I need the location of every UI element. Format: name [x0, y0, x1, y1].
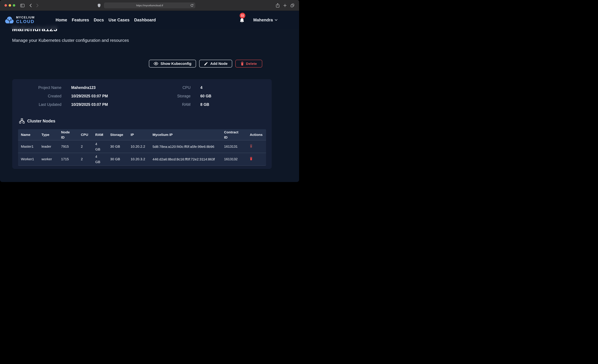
- add-node-button[interactable]: Add Node: [199, 60, 232, 67]
- zoom-button[interactable]: [13, 4, 15, 7]
- info-value: Mahendra123: [71, 85, 96, 90]
- close-button[interactable]: [4, 4, 7, 7]
- page-viewport: Mahendra123 Manage your Kubernetes clust…: [0, 11, 299, 182]
- trash-icon: [250, 144, 252, 148]
- page-subtitle: Manage your Kubernetes cluster configura…: [12, 38, 129, 43]
- cell-node-id: 1715: [61, 157, 81, 162]
- section-title: Cluster Nodes: [27, 119, 55, 124]
- pencil-icon: [204, 62, 208, 66]
- col-header-ram: RAM: [95, 132, 110, 137]
- trash-icon: [250, 157, 252, 160]
- cell-storage: 30 GB: [110, 144, 131, 149]
- info-label: RAM: [141, 102, 191, 107]
- address-bar[interactable]: https://myceliumcloud.tf: [104, 2, 195, 8]
- user-name: Mahendra: [253, 17, 273, 22]
- show-kubeconfig-button[interactable]: Show Kubeconfig: [149, 60, 196, 67]
- chevron-right-icon: [36, 4, 39, 7]
- privacy-shield-icon: [98, 4, 100, 8]
- nav-item-features[interactable]: Features: [72, 17, 89, 22]
- reload-icon: [190, 4, 193, 7]
- cell-storage: 30 GB: [110, 157, 131, 162]
- bell-icon: [240, 18, 244, 23]
- info-row-cpu: CPU 4: [141, 83, 211, 92]
- col-header-mycelium-ip: Mycelium IP: [152, 132, 224, 137]
- col-header-storage: Storage: [110, 132, 131, 137]
- info-row-created: Created 10/29/2025 03:07 PM: [12, 92, 108, 100]
- site-navbar: MYCELIUM CLOUD Home Features Docs Use Ca…: [0, 11, 299, 29]
- col-header-ip: IP: [131, 132, 152, 137]
- cell-cpu: 2: [81, 157, 95, 162]
- share-button[interactable]: [276, 3, 280, 8]
- cell-mycelium-ip: 446:d2a6:8bcd:8c16:ff0f:72e2:3114:863f: [152, 157, 221, 162]
- cell-mycelium-ip: 5d8:78ea:a120:f40c:ff0f:a5fe:99e6:8b96: [152, 144, 221, 149]
- cell-actions: [250, 157, 266, 162]
- cell-contract-id: 1613131: [224, 144, 250, 149]
- col-header-contract-id: Contract ID: [224, 130, 250, 140]
- cluster-info-right: CPU 4 Storage 60 GB RAM 8 GB: [141, 83, 211, 109]
- forward-button[interactable]: [36, 4, 39, 7]
- tabs-overview-button[interactable]: [291, 3, 294, 8]
- cluster-nodes-heading: Cluster Nodes: [19, 118, 55, 124]
- cell-type: leader: [42, 144, 61, 149]
- cell-ip: 10.20.2.2: [131, 144, 152, 149]
- cluster-info-left: Project Name Mahendra123 Created 10/29/2…: [12, 83, 108, 109]
- nav-right: 11 Mahendra: [239, 17, 277, 23]
- logo-line1: MYCELIUM: [16, 16, 35, 19]
- nav-item-home[interactable]: Home: [56, 17, 67, 22]
- share-icon: [276, 3, 280, 8]
- cell-name: Master1: [21, 144, 42, 149]
- col-header-node-id: Node ID: [61, 130, 81, 140]
- eye-icon: [154, 61, 158, 66]
- nav-item-docs[interactable]: Docs: [94, 17, 104, 22]
- add-node-label: Add Node: [210, 62, 228, 66]
- sidebar-toggle-button[interactable]: [20, 4, 25, 7]
- info-row-project-name: Project Name Mahendra123: [12, 83, 108, 92]
- info-value: 10/29/2025 03:07 PM: [71, 94, 108, 98]
- info-label: Storage: [141, 94, 191, 98]
- logo-text: MYCELIUM CLOUD: [16, 16, 35, 24]
- nav-item-use-cases[interactable]: Use Cases: [108, 17, 129, 22]
- nav-links: Home Features Docs Use Cases Dashboard: [56, 17, 156, 22]
- tabs-icon: [291, 3, 294, 8]
- cell-actions: [250, 144, 266, 149]
- chevron-down-icon: [275, 19, 277, 21]
- delete-node-button[interactable]: [250, 157, 252, 160]
- info-label: CPU: [141, 85, 191, 90]
- chevron-left-icon: [30, 4, 32, 7]
- reload-button[interactable]: [190, 4, 193, 7]
- new-tab-button[interactable]: [283, 4, 287, 7]
- cell-node-id: 7915: [61, 144, 81, 149]
- table-row-master1: Master1 leader 7915 2 4 GB 30 GB 10.20.2…: [18, 140, 266, 153]
- cell-ram: 4 GB: [95, 154, 110, 165]
- info-value: 8 GB: [200, 102, 209, 107]
- org-chart-icon: [19, 118, 25, 124]
- logo-line2: CLOUD: [16, 19, 34, 24]
- col-header-name: Name: [21, 132, 42, 137]
- browser-chrome: https://myceliumcloud.tf: [0, 0, 299, 11]
- info-label: Last Updated: [12, 102, 61, 107]
- table-header-row: Name Type Node ID CPU RAM Storage IP Myc…: [18, 129, 266, 140]
- table-row-worker1: Worker1 worker 1715 2 4 GB 30 GB 10.20.3…: [18, 153, 266, 165]
- nav-item-dashboard[interactable]: Dashboard: [134, 17, 156, 22]
- plus-icon: [283, 4, 287, 7]
- cell-ip: 10.20.3.2: [131, 157, 152, 162]
- notification-badge: 11: [240, 13, 245, 18]
- delete-node-button[interactable]: [250, 144, 252, 148]
- info-value: 60 GB: [200, 94, 211, 98]
- col-header-type: Type: [42, 132, 61, 137]
- minimize-button[interactable]: [9, 4, 11, 7]
- col-header-actions: Actions: [250, 132, 266, 137]
- info-row-storage: Storage 60 GB: [141, 92, 211, 100]
- traffic-lights: [4, 4, 15, 7]
- brand-logo[interactable]: MYCELIUM CLOUD: [5, 16, 35, 24]
- cluster-details-card: Project Name Mahendra123 Created 10/29/2…: [12, 79, 272, 169]
- delete-cluster-button[interactable]: Delete: [235, 60, 262, 67]
- info-value: 4: [200, 85, 202, 90]
- notifications-button[interactable]: 11: [239, 17, 245, 23]
- sidebar-icon: [20, 4, 25, 7]
- user-menu[interactable]: Mahendra: [253, 17, 277, 22]
- cell-ram: 4 GB: [95, 141, 110, 152]
- cell-contract-id: 1613132: [224, 157, 250, 162]
- back-button[interactable]: [30, 4, 32, 7]
- cell-name: Worker1: [21, 157, 42, 162]
